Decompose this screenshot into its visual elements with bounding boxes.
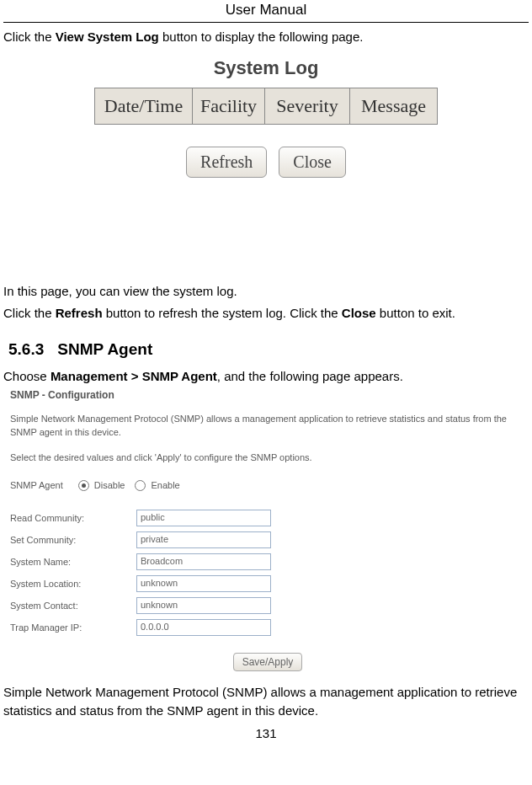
refresh-button[interactable]: Refresh [186, 147, 267, 178]
radio-enable-label: Enable [151, 480, 179, 490]
snmp-agent-toggle: SNMP Agent Disable Enable [10, 480, 525, 491]
section-number: 5.6.3 [8, 340, 44, 358]
snmp-agent-label: SNMP Agent [10, 480, 63, 490]
radio-disable[interactable] [78, 480, 89, 491]
col-facility: Facility [193, 88, 265, 124]
set-community-input[interactable]: private [136, 531, 271, 548]
label: Read Community: [10, 513, 136, 523]
system-log-table-header: Date/Time Facility Severity Message [94, 88, 438, 125]
col-message: Message [350, 88, 437, 124]
snmp-title: SNMP - Configuration [10, 389, 525, 401]
para-closing: Simple Network Management Protocol (SNMP… [3, 683, 529, 721]
section-heading: 5.6.3SNMP Agent [8, 340, 529, 359]
system-name-input[interactable]: Broadcom [136, 553, 271, 570]
system-log-title: System Log [94, 57, 438, 79]
col-date: Date/Time [95, 88, 193, 124]
page-number: 131 [3, 726, 529, 740]
page-header: User Manual [3, 0, 529, 23]
bold-text: Management > SNMP Agent [51, 369, 217, 383]
close-button[interactable]: Close [279, 147, 346, 178]
text: Choose [3, 369, 51, 383]
text: Click the [3, 306, 56, 320]
figure-snmp-config: SNMP - Configuration Simple Network Mana… [10, 389, 525, 668]
snmp-desc1: Simple Network Management Protocol (SNMP… [10, 413, 525, 440]
label: Set Community: [10, 535, 136, 545]
snmp-desc2: Select the desired values and click 'App… [10, 451, 525, 465]
para-intro: Click the View System Log button to disp… [3, 28, 529, 47]
text: , and the following page appears. [217, 369, 403, 383]
label: System Contact: [10, 601, 136, 611]
radio-enable[interactable] [135, 480, 146, 491]
para-after1: In this page, you can view the system lo… [3, 282, 529, 302]
row-system-contact: System Contact: unknown [10, 597, 525, 614]
para-choose: Choose Management > SNMP Agent, and the … [3, 367, 529, 387]
bold-text: Close [342, 306, 376, 320]
trap-manager-input[interactable]: 0.0.0.0 [136, 619, 271, 636]
button-row: Refresh Close [94, 147, 438, 178]
row-trap-manager: Trap Manager IP: 0.0.0.0 [10, 619, 525, 636]
save-apply-button[interactable]: Save/Apply [233, 653, 303, 671]
text: Click the [3, 29, 56, 44]
figure-system-log: System Log Date/Time Facility Severity M… [94, 57, 438, 178]
bold-text: Refresh [56, 306, 103, 320]
col-severity: Severity [265, 88, 350, 124]
row-system-name: System Name: Broadcom [10, 553, 525, 570]
label: System Name: [10, 557, 136, 567]
system-location-input[interactable]: unknown [136, 575, 271, 592]
text: button to exit. [376, 306, 455, 320]
row-system-location: System Location: unknown [10, 575, 525, 592]
text: button to display the following page. [159, 29, 364, 44]
row-read-community: Read Community: public [10, 510, 525, 526]
snmp-form: Read Community: public Set Community: pr… [10, 510, 525, 636]
section-title: SNMP Agent [57, 340, 152, 358]
label: Trap Manager IP: [10, 622, 136, 633]
system-contact-input[interactable]: unknown [136, 597, 271, 614]
row-set-community: Set Community: private [10, 531, 525, 548]
radio-disable-label: Disable [94, 480, 125, 490]
bold-text: View System Log [56, 29, 159, 44]
label: System Location: [10, 579, 136, 589]
text: button to refresh the system log. Click … [103, 306, 342, 320]
para-after2: Click the Refresh button to refresh the … [3, 304, 529, 323]
read-community-input[interactable]: public [136, 510, 271, 526]
